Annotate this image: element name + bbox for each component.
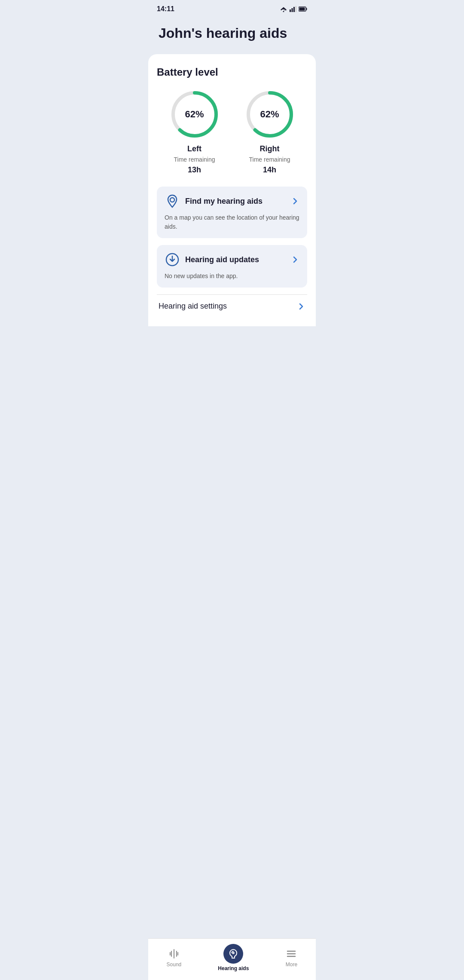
svg-rect-5 <box>296 6 297 12</box>
battery-right-remaining-label: Time remaining <box>249 156 290 163</box>
battery-left-remaining-label: Time remaining <box>174 156 215 163</box>
svg-rect-3 <box>292 8 293 12</box>
battery-icon <box>299 6 307 12</box>
find-hearing-aids-description: On a map you can see the location of you… <box>165 213 299 231</box>
download-icon <box>165 252 180 267</box>
wifi-icon <box>280 6 287 12</box>
find-hearing-aids-card[interactable]: Find my hearing aids On a map you can se… <box>157 187 307 238</box>
status-icons <box>280 6 307 12</box>
page-title: John's hearing aids <box>159 25 305 41</box>
status-bar: 14:11 <box>148 0 316 16</box>
hearing-aid-updates-header: Hearing aid updates <box>165 252 299 267</box>
location-icon <box>165 193 180 209</box>
battery-left: 62% Left Time remaining 13h <box>169 89 220 175</box>
status-time: 14:11 <box>157 5 174 13</box>
battery-left-label: Left <box>187 144 201 153</box>
updates-header-left: Hearing aid updates <box>165 252 259 267</box>
svg-rect-4 <box>293 7 295 12</box>
battery-right-label: Right <box>260 144 280 153</box>
svg-point-13 <box>170 198 174 202</box>
hearing-aid-updates-chevron <box>291 255 299 264</box>
hearing-aid-settings-title: Hearing aid settings <box>159 302 227 311</box>
hearing-aid-settings-row[interactable]: Hearing aid settings <box>157 294 307 318</box>
hearing-aid-updates-card[interactable]: Hearing aid updates No new updates in th… <box>157 245 307 288</box>
battery-left-percentage: 62% <box>185 109 204 120</box>
battery-right: 62% Right Time remaining 14h <box>244 89 296 175</box>
battery-right-circle: 62% <box>244 89 296 140</box>
battery-section-title: Battery level <box>157 66 307 78</box>
battery-left-time: 13h <box>188 165 201 175</box>
settings-chevron <box>297 302 305 311</box>
battery-row: 62% Left Time remaining 13h 62% Right Ti… <box>157 89 307 175</box>
card-header-left: Find my hearing aids <box>165 193 263 209</box>
hearing-aid-updates-title: Hearing aid updates <box>185 255 259 264</box>
find-hearing-aids-chevron <box>291 197 299 205</box>
find-hearing-aids-header: Find my hearing aids <box>165 193 299 209</box>
battery-right-time: 14h <box>263 165 276 175</box>
signal-icon <box>290 6 296 12</box>
page-header: John's hearing aids <box>148 16 316 54</box>
svg-rect-8 <box>299 8 305 11</box>
svg-point-1 <box>283 11 284 12</box>
svg-rect-7 <box>306 8 307 10</box>
svg-rect-2 <box>290 9 291 12</box>
main-content: Battery level 62% Left Time remaining 13… <box>148 54 316 326</box>
find-hearing-aids-title: Find my hearing aids <box>185 197 263 206</box>
battery-right-percentage: 62% <box>260 109 279 120</box>
battery-left-circle: 62% <box>169 89 220 140</box>
battery-section: Battery level 62% Left Time remaining 13… <box>157 66 307 175</box>
hearing-aid-updates-description: No new updates in the app. <box>165 272 299 281</box>
